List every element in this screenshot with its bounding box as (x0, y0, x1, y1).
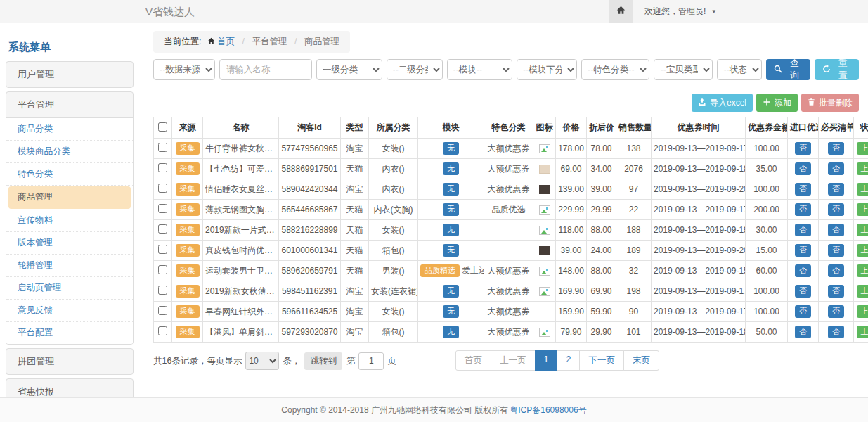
user-menu[interactable]: 欢迎您，管理员! ▼ (644, 6, 717, 18)
sidebar-subitem[interactable]: 宣传物料 (6, 210, 133, 232)
must-buy-toggle-badge[interactable]: 否 (828, 285, 844, 298)
cell-type: 淘宝 (341, 302, 369, 322)
cell-name: 2019新款女秋薄款... (203, 281, 279, 302)
module-badge[interactable]: 无 (443, 305, 459, 318)
row-checkbox[interactable] (158, 265, 167, 274)
module-badge[interactable]: 无 (443, 142, 459, 155)
cell-select (154, 139, 172, 159)
filter-level1-select[interactable]: 一级分类 (316, 59, 382, 80)
sidebar-subitem[interactable]: 商品管理 (8, 186, 131, 209)
module-badge[interactable]: 无 (443, 244, 459, 257)
row-checkbox[interactable] (158, 143, 167, 152)
import-toggle-badge[interactable]: 否 (795, 203, 811, 216)
page-button[interactable]: 首页 (455, 350, 491, 371)
sidebar-subitem[interactable]: 版本管理 (6, 232, 133, 255)
sidebar-subitem[interactable]: 平台配置 (6, 322, 133, 344)
page-number-input[interactable] (358, 352, 384, 370)
status-badge[interactable]: 上架 (857, 162, 868, 175)
status-badge[interactable]: 上架 (857, 264, 868, 277)
row-checkbox[interactable] (158, 204, 167, 213)
import-toggle-badge[interactable]: 否 (795, 142, 811, 155)
module-badge[interactable]: 品质精选 (420, 264, 460, 277)
must-buy-toggle-badge[interactable]: 否 (828, 305, 844, 318)
cell-coupon-time: 2019-09-13—2019-09-17 (652, 281, 746, 302)
name-search-input[interactable] (219, 59, 312, 80)
add-button[interactable]: 添加 (756, 94, 798, 112)
sidebar-subitem[interactable]: 意见反馈 (6, 300, 133, 322)
page-button[interactable]: 2 (557, 350, 580, 371)
import-toggle-badge[interactable]: 否 (795, 162, 811, 175)
filter-module-sub-select[interactable]: --模块下分类-- (517, 59, 577, 80)
source-badge: 采集 (176, 326, 200, 338)
cell-status: 上架 (854, 159, 868, 179)
status-badge[interactable]: 上架 (857, 142, 868, 155)
import-toggle-badge[interactable]: 否 (795, 244, 811, 257)
module-badge[interactable]: 无 (443, 203, 459, 216)
must-buy-toggle-badge[interactable]: 否 (828, 224, 844, 236)
filter-level2-select[interactable]: --二级分类-- (387, 59, 443, 80)
must-buy-toggle-badge[interactable]: 否 (828, 326, 844, 338)
module-badge[interactable]: 无 (443, 162, 459, 175)
must-buy-toggle-badge[interactable]: 否 (828, 244, 844, 257)
sidebar-subitem[interactable]: 轮播管理 (6, 255, 133, 277)
filter-feature-select[interactable]: --特色分类-- (581, 59, 649, 80)
import-toggle-badge[interactable]: 否 (795, 224, 811, 236)
row-checkbox[interactable] (158, 163, 167, 172)
search-button[interactable]: 查询 (766, 59, 810, 80)
sidebar-subitem[interactable]: 模块商品分类 (6, 141, 133, 163)
page-button[interactable]: 末页 (623, 350, 659, 371)
jump-to-button[interactable]: 跳转到 (304, 352, 342, 370)
must-buy-toggle-badge[interactable]: 否 (828, 183, 844, 196)
status-badge[interactable]: 上架 (857, 285, 868, 298)
icp-link[interactable]: 粤ICP备16098006号 (510, 404, 586, 416)
cell-icon (533, 220, 556, 241)
status-badge[interactable]: 上架 (857, 326, 868, 338)
module-badge[interactable]: 无 (443, 183, 459, 196)
status-badge[interactable]: 上架 (857, 305, 868, 318)
sidebar-item[interactable]: 用户管理 (6, 62, 133, 87)
import-toggle-badge[interactable]: 否 (795, 305, 811, 318)
sidebar-subitem[interactable]: 特色分类 (6, 163, 133, 186)
row-checkbox[interactable] (158, 245, 167, 254)
bulk-delete-button[interactable]: 批量删除 (801, 94, 859, 112)
status-badge[interactable]: 上架 (857, 203, 868, 216)
sidebar-item-platform[interactable]: 平台管理 (6, 92, 133, 117)
page-button[interactable]: 上一页 (491, 350, 536, 371)
row-checkbox[interactable] (158, 184, 167, 193)
row-checkbox[interactable] (158, 224, 167, 234)
import-toggle-badge[interactable]: 否 (795, 326, 811, 338)
sidebar-subitem[interactable]: 商品分类 (6, 118, 133, 141)
status-badge[interactable]: 上架 (857, 244, 868, 257)
status-badge[interactable]: 上架 (857, 224, 868, 236)
must-buy-toggle-badge[interactable]: 否 (828, 162, 844, 175)
filter-source-select[interactable]: --数据来源-- (153, 59, 215, 80)
row-checkbox[interactable] (158, 326, 167, 335)
module-badge[interactable]: 无 (443, 326, 459, 338)
filter-item-type-select[interactable]: --宝贝类型-- (654, 59, 713, 80)
cell-name: 【七色纺】可爱纯棉家... (203, 159, 279, 179)
row-checkbox[interactable] (158, 286, 167, 295)
import-toggle-badge[interactable]: 否 (795, 264, 811, 277)
must-buy-toggle-badge[interactable]: 否 (828, 264, 844, 277)
per-page-select[interactable]: 10 (245, 352, 279, 370)
filter-module-select[interactable]: --模块-- (447, 59, 513, 80)
filter-status-select[interactable]: --状态-- (717, 59, 762, 80)
breadcrumb-home-link[interactable]: 首页 (204, 37, 235, 46)
sidebar-subitem[interactable]: 启动页管理 (6, 277, 133, 300)
sidebar-item[interactable]: 拼团管理 (6, 349, 133, 374)
must-buy-toggle-badge[interactable]: 否 (828, 142, 844, 155)
must-buy-toggle-badge[interactable]: 否 (828, 203, 844, 216)
status-badge[interactable]: 上架 (857, 183, 868, 196)
cell-import-select: 否 (788, 139, 819, 159)
home-button[interactable] (609, 0, 633, 23)
select-all-checkbox[interactable] (158, 122, 167, 132)
module-badge[interactable]: 无 (443, 285, 459, 298)
import-toggle-badge[interactable]: 否 (795, 183, 811, 196)
page-button[interactable]: 下一页 (579, 350, 624, 371)
import-excel-button[interactable]: 导入excel (692, 94, 753, 112)
reset-button[interactable]: 重置 (815, 59, 859, 80)
row-checkbox[interactable] (158, 306, 167, 315)
module-badge[interactable]: 无 (443, 224, 459, 236)
import-toggle-badge[interactable]: 否 (795, 285, 811, 298)
page-button[interactable]: 1 (535, 350, 558, 371)
